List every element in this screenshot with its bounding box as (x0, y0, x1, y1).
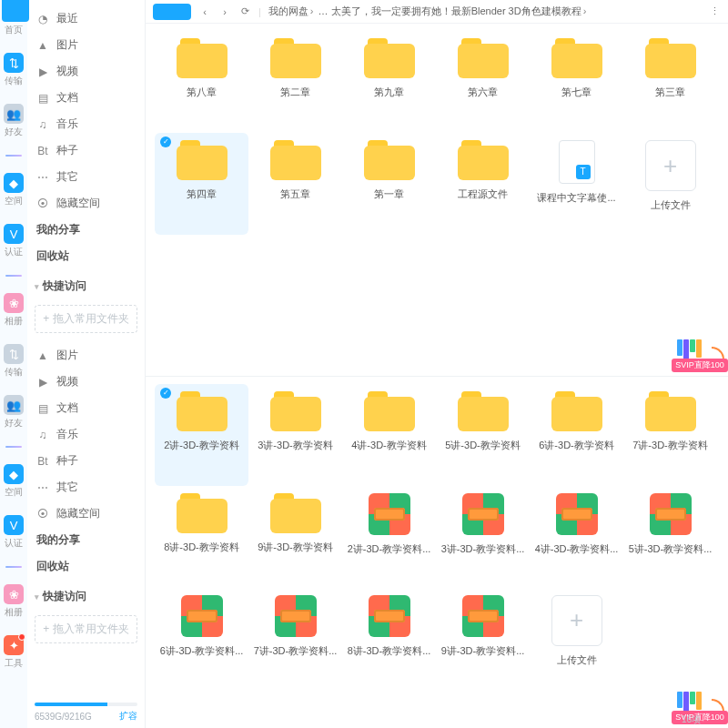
cat-label: 视频 (56, 64, 78, 79)
active-tab[interactable] (153, 4, 191, 20)
file-item[interactable]: ✓第二章 (248, 31, 342, 133)
file-label: 3讲-3D-教学资料... (441, 542, 525, 556)
sidebar-share[interactable]: 我的分享 (35, 217, 137, 243)
rail-label: 认证 (2, 537, 25, 550)
folder-icon (270, 493, 321, 533)
sidebar-item-隐藏空间[interactable]: ⦿隐藏空间 (35, 190, 137, 217)
rail-verify2[interactable]: V认证 (2, 515, 25, 550)
sidebar-quick2[interactable]: ▾快捷访问 (35, 580, 137, 610)
cat-icon: ⦿ (36, 197, 49, 210)
rail-friends2[interactable]: 👥好友 (2, 395, 25, 430)
file-label: 8讲-3D-教学资料... (348, 644, 431, 658)
sidebar-share2[interactable]: 我的分享 (35, 527, 137, 553)
file-label: 4讲-3D-教学资料 (348, 439, 431, 452)
breadcrumb[interactable]: 我的网盘› … 太美了，我一定要拥有她！最新Blender 3D角色建模教程› (268, 5, 701, 18)
sidebar-item-种子[interactable]: Bt种子 (35, 448, 137, 474)
file-item[interactable]: ✓6讲-3D-教学资料 (530, 384, 623, 486)
sidebar-item-视频[interactable]: ▶视频 (35, 369, 137, 395)
cat-icon: ♫ (36, 429, 49, 441)
file-item[interactable]: ✓5讲-3D-教学资料... (623, 486, 717, 588)
file-item[interactable]: ✓3讲-3D-教学资料... (436, 486, 530, 588)
sidebar-item-图片[interactable]: ▲图片 (35, 342, 137, 369)
rail-sep (5, 155, 22, 157)
quick-drop[interactable]: + 拖入常用文件夹 (35, 305, 137, 333)
file-item[interactable]: ✓第三章 (623, 31, 717, 133)
cat-label: 音乐 (56, 427, 78, 442)
sidebar-item-种子[interactable]: Bt种子 (35, 137, 137, 164)
cat-icon: ⋯ (36, 481, 49, 494)
zip-icon (181, 595, 223, 637)
expand-link[interactable]: 扩容 (119, 710, 137, 723)
file-item[interactable]: ✓第八章 (155, 31, 248, 133)
file-label: 第二章 (254, 86, 338, 99)
sidebar-item-文档[interactable]: ▤文档 (35, 85, 137, 111)
file-item[interactable]: ✓7讲-3D-教学资料... (248, 588, 342, 690)
file-item[interactable]: ✓+上传文件 (623, 133, 717, 235)
svip-badge[interactable]: SVIP直降100 (672, 334, 728, 372)
file-item[interactable]: ✓2讲-3D-教学资料... (342, 486, 436, 588)
cat-label: 其它 (56, 169, 78, 185)
sidebar-item-最近[interactable]: ◔最近 (35, 5, 137, 32)
rail-space2[interactable]: ◆空间 (2, 464, 25, 499)
nav-back[interactable]: ‹ (198, 6, 211, 17)
rail-space[interactable]: ◆空间 (2, 173, 25, 207)
rail-transfer2[interactable]: ⇅传输 (2, 344, 25, 379)
sidebar-recycle[interactable]: 回收站 (35, 243, 137, 269)
sidebar-item-其它[interactable]: ⋯其它 (35, 164, 137, 190)
rail-album2[interactable]: ❀相册 (2, 584, 25, 619)
sidebar-recycle2[interactable]: 回收站 (35, 553, 137, 580)
file-item[interactable]: ✓第四章 (155, 133, 248, 235)
file-item[interactable]: ✓5讲-3D-教学资料 (436, 384, 530, 486)
friends2-icon: 👥 (4, 395, 24, 415)
file-item[interactable]: ✓+上传文件 (530, 588, 623, 690)
file-item[interactable]: ✓7讲-3D-教学资料 (623, 384, 717, 486)
sidebar-item-图片[interactable]: ▲图片 (35, 32, 137, 58)
file-item[interactable]: ✓2讲-3D-教学资料 (155, 384, 248, 486)
sidebar-item-音乐[interactable]: ♫音乐 (35, 111, 137, 137)
file-label: 第九章 (348, 86, 431, 99)
file-item[interactable]: ✓工程源文件 (436, 133, 530, 235)
sidebar-item-视频[interactable]: ▶视频 (35, 58, 137, 85)
nav-refresh[interactable]: ⟳ (238, 5, 251, 17)
sidebar-item-音乐[interactable]: ♫音乐 (35, 421, 137, 448)
rail-sep (5, 446, 22, 448)
cat-label: 文档 (56, 400, 78, 416)
rail-home[interactable]: 首页 (2, 5, 25, 36)
file-item[interactable]: ✓第七章 (530, 31, 623, 133)
folder-icon (458, 140, 509, 180)
file-item[interactable]: ✓6讲-3D-教学资料... (155, 588, 248, 690)
file-item[interactable]: ✓9讲-3D-教学资料... (436, 588, 530, 690)
file-item[interactable]: ✓4讲-3D-教学资料 (342, 384, 436, 486)
rail-transfer[interactable]: ⇅传输 (2, 53, 25, 87)
file-item[interactable]: ✓8讲-3D-教学资料 (155, 486, 248, 588)
cat-icon: Bt (36, 145, 49, 157)
sidebar-item-隐藏空间[interactable]: ⦿隐藏空间 (35, 500, 137, 527)
rail-album[interactable]: ❀相册 (2, 293, 25, 328)
file-item[interactable]: ✓第五章 (248, 133, 342, 235)
file-item[interactable]: ✓第一章 (342, 133, 436, 235)
cat-label: 隐藏空间 (56, 506, 100, 521)
cat-label: 图片 (56, 37, 78, 53)
file-item[interactable]: ✓第六章 (436, 31, 530, 133)
folder-icon (458, 391, 509, 431)
rail-verify[interactable]: V认证 (2, 224, 25, 258)
sidebar-item-其它[interactable]: ⋯其它 (35, 474, 137, 500)
sidebar-quick[interactable]: ▾快捷访问 (35, 269, 137, 299)
rail-tools[interactable]: ✦工具 (2, 635, 25, 670)
cat-label: 隐藏空间 (56, 196, 100, 211)
rail-label: 首页 (2, 24, 25, 36)
nav-fwd[interactable]: › (218, 6, 231, 17)
more-icon[interactable]: ⋮ (708, 5, 721, 17)
file-item[interactable]: ✓课程中文字幕使... (530, 133, 623, 235)
sidebar-item-文档[interactable]: ▤文档 (35, 395, 137, 421)
file-item[interactable]: ✓9讲-3D-教学资料 (248, 486, 342, 588)
file-item[interactable]: ✓4讲-3D-教学资料... (530, 486, 623, 588)
transfer2-icon: ⇅ (4, 344, 24, 364)
cat-icon: ⦿ (36, 508, 49, 521)
rail-friends[interactable]: 👥好友 (2, 104, 25, 138)
quick-drop[interactable]: + 拖入常用文件夹 (35, 615, 137, 643)
file-item[interactable]: ✓8讲-3D-教学资料... (342, 588, 436, 690)
file-item[interactable]: ✓第九章 (342, 31, 436, 133)
file-label: 第三章 (629, 86, 713, 99)
file-item[interactable]: ✓3讲-3D-教学资料 (248, 384, 342, 486)
